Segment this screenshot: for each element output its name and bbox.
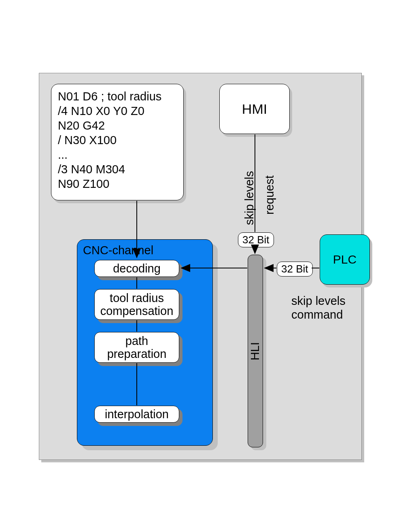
hmi-label: HMI	[242, 101, 267, 117]
code-line: N01 D6 ; tool radius	[58, 90, 161, 103]
bit-pill-plc: 32 Bit	[277, 262, 313, 277]
vtext-skip-levels: skip levels	[243, 171, 256, 225]
code-line: /3 N40 M304	[58, 163, 125, 176]
plc-caption: skip levels command	[291, 294, 346, 321]
stage-label: decoding	[113, 262, 161, 275]
stage-label: tool radius compensation	[100, 292, 174, 317]
cnc-title: CNC-channel	[83, 244, 153, 257]
vtext-request: request	[263, 175, 276, 215]
code-line: N20 G42	[58, 119, 105, 132]
cnc-channel-box: CNC-channel decoding tool radius compens…	[77, 239, 213, 446]
plc-box: PLC	[320, 234, 370, 285]
hli-bar: HLI	[248, 255, 263, 447]
code-line: / N30 X100	[58, 134, 117, 147]
hmi-box: HMI	[219, 84, 290, 134]
stage-path-prep: path preparation	[94, 332, 179, 363]
plc-caption-line2: command	[291, 308, 343, 321]
code-line: N90 Z100	[58, 177, 109, 190]
bit-pill-hmi: 32 Bit	[238, 232, 274, 247]
stage-label: path preparation	[107, 334, 167, 360]
nc-code-box: N01 D6 ; tool radius /4 N10 X0 Y0 Z0 N20…	[51, 84, 184, 200]
plc-caption-line1: skip levels	[291, 294, 346, 307]
stage-decoding: decoding	[94, 260, 179, 277]
code-line: ...	[58, 148, 68, 161]
stage-tool-radius: tool radius compensation	[94, 289, 179, 320]
plc-label: PLC	[333, 253, 357, 266]
stage-interpolation: interpolation	[94, 406, 179, 423]
hli-label: HLI	[249, 342, 262, 360]
code-line: /4 N10 X0 Y0 Z0	[58, 104, 144, 117]
stage-label: interpolation	[105, 408, 169, 421]
